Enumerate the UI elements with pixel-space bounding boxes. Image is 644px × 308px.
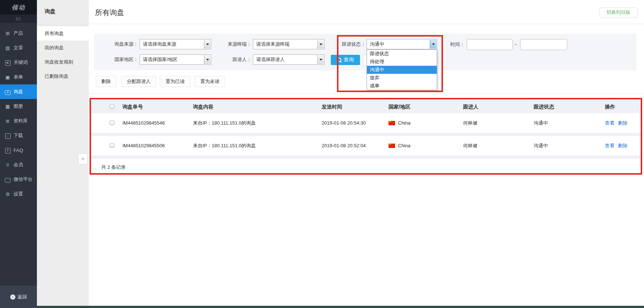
chevron-down-icon[interactable] [204,40,211,49]
download-icon: ↓ [5,133,11,139]
delete-button[interactable]: 删除 [96,76,116,87]
view-link[interactable]: 查看 [605,143,614,148]
settings-icon: ⚙ [5,191,11,197]
submenu-item-my-inquiries[interactable]: 我的询盘 [37,41,88,55]
delete-link[interactable]: 删除 [618,120,628,126]
keyword-icon: K [5,60,11,66]
dropdown-option[interactable]: 放弃 [367,74,437,82]
assign-follower-button[interactable]: 分配跟进人 [121,76,156,87]
inquiry-icon: ¥ [5,89,11,95]
mark-read-button[interactable]: 置为已读 [160,76,190,87]
submenu-title: 询盘 [45,8,56,15]
column-header-country: 国家/地区 [389,100,410,113]
terminal-select[interactable]: 请选择来源终端 [253,39,325,49]
mark-unread-button[interactable]: 置为未读 [194,76,225,87]
row-checkbox[interactable] [110,121,114,125]
follow-status-dropdown-list: 跟进状态 待处理 沟通中 放弃 成单 [367,49,437,90]
chevron-down-icon[interactable] [317,40,324,49]
country-name: China [398,113,410,133]
sidebar-item-keywords[interactable]: K 关键词 [0,55,37,70]
chevron-down-icon[interactable] [317,55,324,64]
country-name: China [398,136,410,156]
row-actions: 查看 删除 [605,136,630,156]
back-button[interactable]: ‹ 返回 [0,286,37,308]
time-to-input[interactable] [520,39,567,50]
time-range-separator: ~ [514,39,517,50]
follower-name: 何林健 [463,113,477,133]
follow-status-label: 跟进状态： [329,39,365,49]
send-time: 2019-01-08 20:52:04 [322,136,366,156]
form-icon: ▣ [5,75,11,80]
delete-link[interactable]: 删除 [618,143,628,148]
column-header-follower: 跟进人 [463,100,478,113]
column-header-id: 询盘单号 [122,100,143,113]
sidebar-item-inquiries[interactable]: ¥ 询盘 [0,84,37,99]
table-row: IM44851029845546 来自IP：180.111.151.0的询盘 2… [91,113,641,133]
row-checkbox[interactable] [110,143,114,148]
back-icon: ‹ [10,294,15,300]
inquiry-source-select[interactable]: 请选择询盘来源 [140,39,211,49]
sidebar-item-members[interactable]: ♕ 会员 [0,157,37,172]
send-time: 2019-01-08 20:54:30 [322,113,366,133]
sidebar-item-articles[interactable]: ▤ 文章 [0,41,37,55]
chevron-down-icon[interactable] [204,55,211,64]
inquiry-source-label: 询盘来源： [102,39,138,49]
record-count-summary: 共 2 条记录 [101,164,125,171]
sidebar-item-forms[interactable]: ▣ 表单 [0,70,37,84]
terminal-label: 来源终端： [215,39,251,49]
sidebar-item-faq[interactable]: ? FAQ [0,143,37,157]
sidebar-item-label: 表单 [14,74,23,80]
submenu-item-all-inquiries[interactable]: 所有询盘 [37,26,88,41]
row-separator [91,156,641,159]
row-separator [91,133,641,136]
primary-sidebar: 领动 ||| ⊞ 产品 ▤ 文章 K 关键词 ▣ 表单 ¥ 询盘 ▦ 图册 ≣ … [0,0,37,308]
table-row: IM44851029845506 来自IP：180.111.151.0的询盘 2… [91,136,641,156]
china-flag-icon [389,144,395,148]
sidebar-item-wechat[interactable]: ⋯ 微信平台 [0,172,37,187]
column-header-time: 发送时间 [322,100,342,113]
follower-value: 请选择跟进人 [256,57,285,62]
switch-to-old-version-button[interactable]: 切换到旧版 [599,7,637,18]
sidebar-item-label: 资料库 [14,118,28,124]
column-header-actions: 操作 [605,100,615,113]
page-header [88,0,644,24]
wechat-icon: ⋯ [5,176,11,183]
submenu-item-inquiry-rules[interactable]: 询盘收发规则 [37,55,88,69]
follower-select[interactable]: 请选择跟进人 [253,54,325,65]
country-label: 国家地区： [102,54,138,65]
table-header: 询盘单号 询盘内容 发送时间 国家/地区 跟进人 跟进状态 操作 [91,100,641,113]
sidebar-collapse-toggle[interactable]: ||| [0,15,37,23]
time-from-input[interactable] [467,39,513,50]
submenu-divider [37,25,88,25]
sidebar-item-downloads[interactable]: ↓ 下载 [0,128,37,143]
sidebar-item-library[interactable]: ≣ 资料库 [0,114,37,128]
sidebar-item-label: FAQ [14,148,23,153]
sidebar-item-products[interactable]: ⊞ 产品 [0,26,37,41]
query-button[interactable]: 查询 [331,55,360,65]
submenu-item-deleted-inquiries[interactable]: 已删除询盘 [37,69,88,83]
inquiry-content-link[interactable]: 来自IP：180.111.151.0的询盘 [193,113,256,133]
dropdown-option[interactable]: 成单 [367,82,437,90]
dropdown-option-selected[interactable]: 沟通中 [367,66,437,74]
inquiry-id: IM44851029845506 [122,136,165,156]
page-title: 所有询盘 [95,8,124,18]
inquiry-content-link[interactable]: 来自IP：180.111.151.0的询盘 [193,136,256,156]
column-header-status: 跟进状态 [534,100,554,113]
sidebar-item-label: 询盘 [14,88,23,95]
follower-name: 何林健 [463,136,477,156]
follower-label: 跟进人： [215,54,251,65]
sidebar-item-albums[interactable]: ▦ 图册 [0,99,37,114]
dropdown-option[interactable]: 待处理 [367,58,437,66]
inquiry-source-value: 请选择询盘来源 [143,41,176,47]
sidebar-item-label: 关键词 [14,59,28,66]
select-all-checkbox[interactable] [110,104,114,109]
row-actions: 查看 删除 [605,113,630,133]
app-root: 领动 ||| ⊞ 产品 ▤ 文章 K 关键词 ▣ 表单 ¥ 询盘 ▦ 图册 ≣ … [0,0,644,308]
view-link[interactable]: 查看 [605,120,614,126]
sidebar-item-label: 会员 [14,161,23,168]
dropdown-option[interactable]: 跟进状态 [367,50,437,58]
country-select[interactable]: 请选择国家/地区 [140,54,211,65]
follow-status-select[interactable]: 沟通中 [367,39,437,49]
panel-collapse-handle[interactable]: ≡ [78,153,88,164]
sidebar-item-settings[interactable]: ⚙ 设置 [0,187,37,201]
